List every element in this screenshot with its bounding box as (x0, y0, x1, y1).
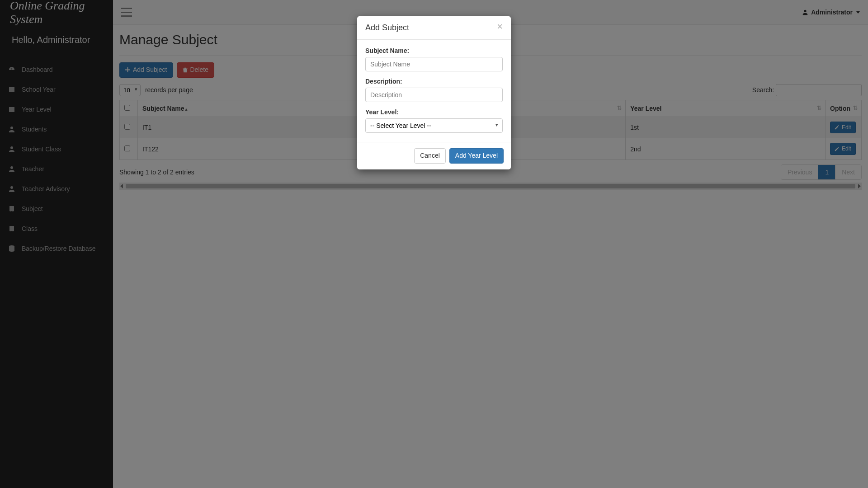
modal-body: Subject Name: Description: Year Level: -… (357, 40, 511, 142)
description-input[interactable] (365, 88, 503, 102)
close-icon: × (497, 21, 503, 32)
cancel-button[interactable]: Cancel (414, 148, 446, 164)
subject-name-label: Subject Name: (365, 47, 503, 54)
add-subject-modal: Add Subject × Subject Name: Description:… (357, 16, 511, 169)
add-year-level-button[interactable]: Add Year Level (449, 148, 504, 164)
modal-footer: Cancel Add Year Level (357, 142, 511, 169)
description-label: Description: (365, 78, 503, 85)
modal-header: Add Subject × (357, 16, 511, 40)
modal-close-button[interactable]: × (497, 23, 503, 30)
subject-name-input[interactable] (365, 57, 503, 71)
year-level-label: Year Level: (365, 108, 503, 116)
modal-title: Add Subject (365, 23, 409, 33)
year-level-select[interactable]: -- Select Year Level -- (365, 118, 503, 133)
